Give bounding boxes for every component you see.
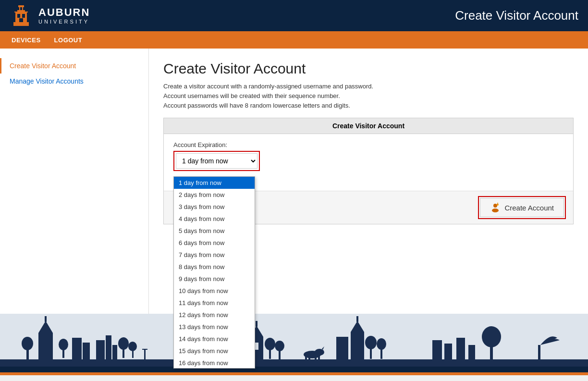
expiration-select-wrapper: 1 day from now bbox=[173, 151, 260, 171]
svg-marker-13 bbox=[497, 202, 498, 203]
create-account-button[interactable]: Create Account bbox=[480, 198, 564, 217]
svg-point-31 bbox=[128, 342, 137, 351]
svg-rect-23 bbox=[72, 338, 82, 359]
skyline-svg bbox=[0, 314, 588, 367]
svg-rect-26 bbox=[106, 335, 111, 359]
expiration-select[interactable]: 1 day from now bbox=[176, 153, 257, 169]
expiration-field-group: Account Expiration: 1 day from now bbox=[173, 141, 564, 171]
dropdown-item-5[interactable]: 5 days from now bbox=[174, 225, 255, 237]
navbar-item-devices[interactable]: DEVICES bbox=[5, 33, 48, 48]
svg-rect-14 bbox=[498, 203, 498, 205]
dropdown-item-14[interactable]: 14 days from now bbox=[174, 333, 255, 345]
svg-point-44 bbox=[315, 349, 324, 356]
expiration-label: Account Expiration: bbox=[173, 141, 564, 148]
svg-rect-37 bbox=[256, 321, 257, 327]
footer-dark-bar bbox=[0, 367, 588, 372]
desc-2: Account usernames will be created with t… bbox=[163, 92, 574, 99]
svg-point-40 bbox=[265, 338, 275, 350]
dropdown-item-2[interactable]: 2 days from now bbox=[174, 189, 255, 201]
form-box-header: Create Visitor Account bbox=[164, 118, 573, 134]
header-title: Create Visitor Account bbox=[455, 8, 578, 23]
dropdown-item-1[interactable]: 1 day from now bbox=[174, 177, 255, 189]
dropdown-item-10[interactable]: 10 days from now bbox=[174, 285, 255, 297]
svg-rect-38 bbox=[255, 343, 258, 350]
desc-3: Account passwords will have 8 random low… bbox=[163, 102, 574, 109]
create-visitor-account-form: Create Visitor Account Account Expiratio… bbox=[163, 118, 574, 224]
svg-rect-27 bbox=[112, 345, 117, 359]
svg-point-55 bbox=[365, 336, 377, 349]
svg-rect-4 bbox=[14, 12, 28, 12]
svg-point-57 bbox=[377, 338, 386, 350]
expiration-dropdown-overlay[interactable]: 1 day from now 2 days from now 3 days fr… bbox=[173, 176, 255, 369]
svg-rect-3 bbox=[17, 10, 25, 12]
svg-point-63 bbox=[482, 326, 501, 347]
main-layout: Create Visitor Account Manage Visitor Ac… bbox=[0, 49, 588, 314]
svg-rect-7 bbox=[17, 14, 20, 18]
svg-rect-1 bbox=[19, 7, 20, 10]
svg-rect-6 bbox=[13, 22, 29, 26]
dropdown-item-12[interactable]: 12 days from now bbox=[174, 309, 255, 321]
svg-rect-33 bbox=[142, 349, 147, 350]
dropdown-item-9[interactable]: 9 days from now bbox=[174, 273, 255, 285]
main-content: Create Visitor Account Create a visitor … bbox=[149, 49, 588, 314]
page-title: Create Visitor Account bbox=[163, 61, 574, 77]
form-box-body: Account Expiration: 1 day from now 1 day… bbox=[164, 134, 573, 191]
create-account-icon bbox=[490, 202, 501, 213]
dropdown-item-16[interactable]: 16 days from now bbox=[174, 357, 255, 369]
svg-point-22 bbox=[59, 339, 68, 350]
skyline-area: Auburn University | Auburn, Alabama 3684… bbox=[0, 314, 588, 381]
dropdown-item-6[interactable]: 6 days from now bbox=[174, 237, 255, 249]
svg-rect-18 bbox=[45, 316, 47, 322]
footer-text-area: Auburn University | Auburn, Alabama 3684… bbox=[0, 375, 588, 381]
svg-rect-65 bbox=[0, 359, 588, 367]
navbar: DEVICES LOGOUT bbox=[0, 31, 588, 49]
dropdown-item-15[interactable]: 15 days from now bbox=[174, 345, 255, 357]
svg-point-10 bbox=[493, 204, 497, 208]
dropdown-item-11[interactable]: 11 days from now bbox=[174, 297, 255, 309]
svg-rect-56 bbox=[380, 348, 382, 359]
sidebar-item-create-visitor-account[interactable]: Create Visitor Account bbox=[0, 58, 148, 74]
svg-rect-8 bbox=[22, 14, 25, 18]
dropdown-item-13[interactable]: 13 days from now bbox=[174, 321, 255, 333]
dropdown-item-7[interactable]: 7 days from now bbox=[174, 249, 255, 261]
logo-main-text: AUBURN bbox=[38, 7, 90, 18]
svg-rect-16 bbox=[38, 333, 53, 359]
svg-point-20 bbox=[22, 337, 33, 350]
logo-area: AUBURN UNIVERSITY bbox=[10, 4, 90, 27]
navbar-item-logout[interactable]: LOGOUT bbox=[48, 33, 89, 48]
svg-rect-0 bbox=[18, 5, 24, 7]
page-header: AUBURN UNIVERSITY Create Visitor Account bbox=[0, 0, 588, 31]
desc-1: Create a visitor account with a randomly… bbox=[163, 83, 574, 90]
svg-rect-51 bbox=[351, 332, 364, 364]
svg-rect-25 bbox=[96, 340, 105, 359]
sidebar-item-manage-visitor-accounts[interactable]: Manage Visitor Accounts bbox=[0, 74, 148, 89]
dropdown-item-4[interactable]: 4 days from now bbox=[174, 213, 255, 225]
svg-rect-53 bbox=[356, 316, 358, 322]
dropdown-item-3[interactable]: 3 days from now bbox=[174, 201, 255, 213]
skyline-illustration bbox=[0, 314, 588, 367]
auburn-logo-icon bbox=[10, 4, 33, 27]
create-account-label: Create Account bbox=[504, 204, 554, 212]
svg-point-11 bbox=[492, 209, 499, 212]
svg-point-42 bbox=[275, 341, 284, 351]
sidebar: Create Visitor Account Manage Visitor Ac… bbox=[0, 49, 149, 314]
svg-point-29 bbox=[118, 337, 129, 350]
dropdown-item-8[interactable]: 8 days from now bbox=[174, 261, 255, 273]
svg-rect-2 bbox=[22, 7, 23, 10]
svg-rect-24 bbox=[83, 343, 90, 359]
svg-rect-9 bbox=[19, 18, 23, 22]
logo-sub-text: UNIVERSITY bbox=[38, 19, 90, 25]
create-account-btn-wrapper: Create Account bbox=[478, 196, 566, 219]
